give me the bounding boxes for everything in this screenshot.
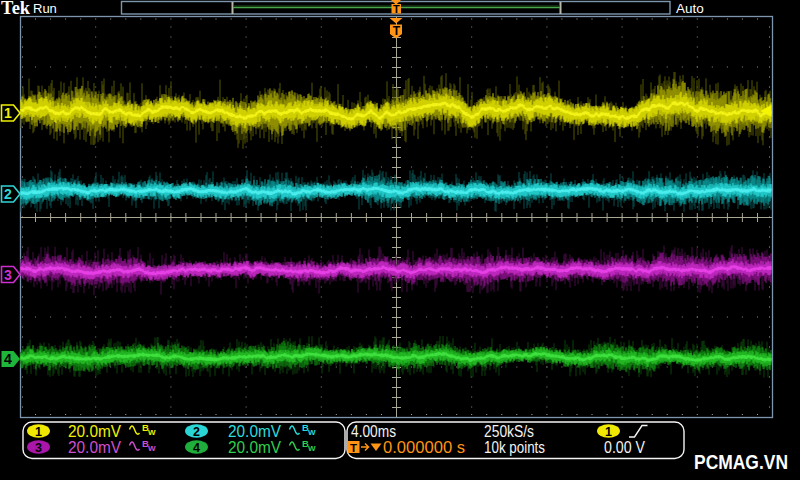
svg-text:0.000000 s: 0.000000 s — [383, 439, 465, 456]
svg-text:20.0mV: 20.0mV — [68, 439, 121, 456]
svg-text:4: 4 — [4, 351, 12, 367]
svg-text:Tek: Tek — [1, 0, 31, 18]
svg-text:20.0mV: 20.0mV — [68, 423, 121, 440]
svg-text:W: W — [148, 444, 156, 453]
svg-text:3: 3 — [35, 441, 42, 455]
svg-text:2: 2 — [4, 186, 12, 202]
svg-text:4.00ms: 4.00ms — [351, 423, 396, 440]
svg-text:20.0mV: 20.0mV — [228, 423, 281, 440]
svg-text:10k points: 10k points — [484, 439, 545, 456]
svg-text:250kS/s: 250kS/s — [484, 423, 534, 440]
svg-text:Auto: Auto — [676, 1, 704, 16]
svg-text:1: 1 — [605, 425, 612, 439]
svg-text:W: W — [148, 428, 156, 437]
svg-text:T: T — [350, 442, 357, 454]
svg-text:W: W — [308, 428, 316, 437]
svg-text:4: 4 — [193, 441, 200, 455]
svg-text:1: 1 — [35, 425, 42, 439]
svg-text:Run: Run — [33, 1, 57, 16]
svg-text:PCMAG.VN: PCMAG.VN — [694, 451, 788, 473]
svg-text:T: T — [393, 24, 401, 38]
svg-text:2: 2 — [193, 425, 200, 439]
svg-text:1: 1 — [4, 105, 12, 121]
svg-text:3: 3 — [4, 267, 12, 283]
svg-text:W: W — [308, 444, 316, 453]
svg-text:T: T — [393, 3, 400, 15]
svg-text:0.00 V: 0.00 V — [604, 439, 645, 456]
svg-text:20.0mV: 20.0mV — [228, 439, 281, 456]
